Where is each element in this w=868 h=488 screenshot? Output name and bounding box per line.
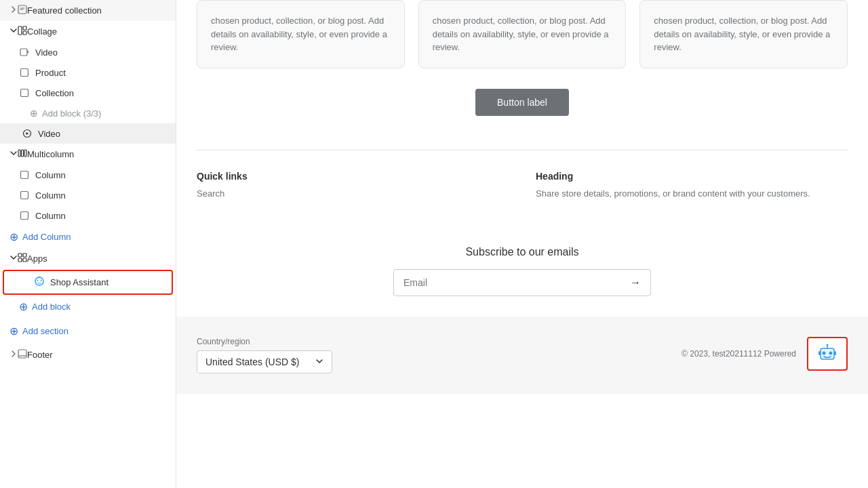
email-input-row: → [197, 269, 848, 296]
shop-assistant-icon [34, 276, 45, 289]
svg-rect-17 [23, 258, 26, 262]
heading-col: Heading Share store details, promotions,… [536, 171, 848, 199]
sidebar-item-video[interactable]: Video [0, 123, 176, 144]
svg-point-25 [829, 351, 833, 354]
heading-desc: Share store details, promotions, or bran… [536, 188, 848, 199]
collage-video-label: Video [35, 47, 58, 58]
apps-icon [18, 253, 27, 264]
video-label: Video [38, 129, 60, 139]
plus-icon-add-section: ⊕ [9, 325, 18, 338]
sidebar-item-shop-assistant[interactable]: Shop Assistant [3, 270, 173, 295]
multicolumn-chevron-icon [9, 149, 18, 159]
svg-rect-12 [21, 192, 28, 199]
svg-point-27 [827, 344, 829, 346]
svg-rect-11 [21, 171, 28, 179]
sidebar-item-collage[interactable]: Collage [0, 21, 176, 42]
multicolumn-icon [18, 148, 27, 160]
collage-collection-label: Collection [35, 88, 74, 98]
svg-point-19 [37, 280, 39, 281]
add-section-button[interactable]: ⊕ Add section [0, 318, 176, 344]
plus-icon-add-block: ⊕ [19, 300, 28, 313]
svg-rect-10 [24, 150, 26, 157]
sidebar-item-column3[interactable]: Column [0, 205, 176, 226]
robot-svg [815, 342, 840, 366]
svg-rect-21 [39, 277, 41, 279]
svg-rect-9 [22, 150, 24, 157]
button-label-container: Button label [197, 82, 848, 136]
arrow-right-icon[interactable]: → [630, 277, 641, 289]
sidebar-item-collage-product[interactable]: Product [0, 62, 176, 83]
footer-links-section: Quick links Search Heading Share store d… [176, 150, 868, 232]
sidebar-item-multicolumn-group: Multicolumn Column Column Column ⊕ Add C… [0, 144, 176, 248]
svg-rect-6 [21, 89, 28, 97]
column2-icon [19, 190, 30, 201]
svg-rect-5 [21, 69, 28, 77]
footer-label: Footer [27, 350, 53, 360]
svg-point-20 [41, 280, 42, 281]
chevron-down-icon [9, 26, 18, 37]
product-card-1: chosen product, collection, or blog post… [197, 0, 405, 68]
product-card-3-text: chosen product, collection, or blog post… [654, 14, 833, 54]
svg-rect-14 [18, 253, 22, 257]
collage-label: Collage [27, 26, 57, 37]
collage-add-block-label: Add block (3/3) [42, 108, 101, 119]
sidebar-item-featured-collection[interactable]: Featured collection [0, 0, 176, 21]
quick-links-search: Search [197, 188, 509, 199]
add-section-label: Add section [22, 326, 68, 336]
sidebar-item-collage-collection[interactable]: Collection [0, 83, 176, 103]
sidebar-item-apps[interactable]: Apps [0, 248, 176, 269]
apps-label: Apps [27, 253, 47, 264]
product-cards-section: chosen product, collection, or blog post… [176, 0, 868, 150]
chevron-right-icon [9, 5, 18, 16]
country-section: Country/region United States (USD $) © 2… [176, 317, 868, 394]
featured-collection-icon [18, 5, 27, 16]
svg-rect-28 [818, 351, 821, 355]
product-card-2-text: chosen product, collection, or blog post… [433, 14, 612, 54]
powered-by-text: © 2023, test20211112 Powered [682, 349, 796, 359]
sidebar-item-column2[interactable]: Column [0, 185, 176, 205]
subscribe-title: Subscribe to our emails [197, 246, 848, 258]
svg-rect-1 [18, 26, 22, 35]
button-label-btn[interactable]: Button label [475, 89, 569, 116]
powered-by-group: © 2023, test20211112 Powered [682, 337, 848, 371]
column3-icon [19, 210, 30, 221]
featured-collection-label: Featured collection [27, 5, 102, 16]
collection-sub-icon [19, 87, 30, 98]
sidebar-item-footer[interactable]: Footer [0, 344, 176, 365]
column1-label: Column [35, 170, 66, 180]
product-card-1-text: chosen product, collection, or blog post… [211, 14, 391, 54]
footer-icon [18, 349, 27, 361]
product-card-3: chosen product, collection, or blog post… [639, 0, 848, 68]
email-input[interactable] [403, 277, 630, 288]
plus-icon-add-column: ⊕ [9, 230, 18, 243]
column1-icon [19, 169, 30, 180]
add-column-button[interactable]: ⊕ Add Column [0, 226, 176, 248]
product-card-2: chosen product, collection, or blog post… [418, 0, 627, 68]
svg-rect-15 [23, 253, 26, 257]
country-label: Country/region [197, 337, 332, 346]
email-input-container: → [393, 269, 651, 296]
shop-assistant-robot-icon[interactable] [807, 337, 848, 371]
svg-rect-4 [20, 49, 27, 56]
sidebar-item-multicolumn[interactable]: Multicolumn [0, 144, 176, 165]
sidebar-item-collage-video[interactable]: Video [0, 42, 176, 62]
svg-rect-2 [23, 26, 26, 30]
quick-links-col: Quick links Search [197, 171, 509, 199]
sidebar-item-column1[interactable]: Column [0, 165, 176, 185]
heading-title: Heading [536, 171, 848, 182]
add-block-button[interactable]: ⊕ Add block [0, 296, 176, 318]
chevron-down-country-icon [315, 357, 323, 367]
apps-chevron-icon [9, 253, 18, 264]
add-column-label: Add Column [22, 232, 71, 242]
svg-rect-16 [18, 258, 22, 262]
quick-links-title: Quick links [197, 171, 509, 182]
shop-assistant-label: Shop Assistant [50, 277, 108, 287]
video-icon [22, 128, 33, 139]
subscribe-section: Subscribe to our emails → [176, 232, 868, 317]
column3-label: Column [35, 211, 66, 221]
product-cards-row: chosen product, collection, or blog post… [197, 0, 848, 68]
video-sub-icon [19, 47, 30, 58]
collage-product-label: Product [35, 68, 66, 78]
svg-rect-13 [21, 212, 28, 220]
country-select[interactable]: United States (USD $) [197, 350, 332, 373]
